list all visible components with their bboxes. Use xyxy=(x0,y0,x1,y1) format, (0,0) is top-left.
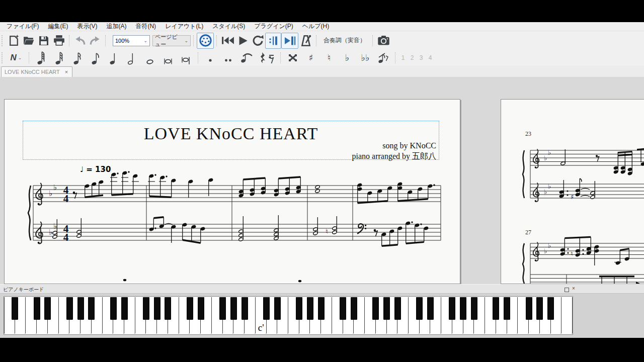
double-flat-button[interactable]: ♭♭ xyxy=(356,51,374,65)
note-whole-button[interactable] xyxy=(141,51,159,65)
piano-keyboard[interactable]: c' xyxy=(4,296,573,335)
sharp-button[interactable]: ♯ xyxy=(302,51,320,65)
piano-key-G#3[interactable] xyxy=(230,297,237,320)
piano-key-C#6[interactable] xyxy=(416,297,423,320)
flat-button[interactable]: ♭ xyxy=(338,51,356,65)
piano-key-C8[interactable] xyxy=(561,297,573,334)
toolbar-drag-handle[interactable] xyxy=(2,52,4,63)
menu-file[interactable]: ファイル(F) xyxy=(2,22,43,31)
piano-key-A#0[interactable] xyxy=(12,297,18,320)
piano-key-F#3[interactable] xyxy=(219,297,226,320)
voice-3-button[interactable]: 3 xyxy=(417,54,426,61)
menu-add[interactable]: 追加(A) xyxy=(102,22,131,31)
piano-key-F#2[interactable] xyxy=(143,297,149,320)
piano-key-A#1[interactable] xyxy=(88,297,95,320)
menu-layout[interactable]: レイアウト(L) xyxy=(160,22,208,31)
piano-key-A#7[interactable] xyxy=(547,297,554,320)
save-button[interactable] xyxy=(36,33,51,48)
note-input-button[interactable]: N ⌄ xyxy=(6,51,26,65)
piano-key-D#4[interactable] xyxy=(274,297,281,320)
menu-style[interactable]: スタイル(S) xyxy=(208,22,250,31)
undo-button[interactable] xyxy=(72,33,88,48)
note-longa-button[interactable] xyxy=(177,51,195,65)
concert-pitch-button[interactable]: 合奏調（実音） xyxy=(319,35,370,46)
piano-key-C#2[interactable] xyxy=(110,297,117,320)
piano-key-G#5[interactable] xyxy=(383,297,390,320)
menu-view[interactable]: 表示(V) xyxy=(72,22,102,31)
piano-key-G#6[interactable] xyxy=(460,297,466,320)
menu-plugins[interactable]: プラグイン(P) xyxy=(250,22,297,31)
double-dot-button[interactable] xyxy=(219,51,237,65)
piano-key-D#5[interactable] xyxy=(351,297,357,320)
piano-key-F#7[interactable] xyxy=(526,297,532,320)
piano-key-C#1[interactable] xyxy=(34,297,40,320)
piano-key-F#4[interactable] xyxy=(296,297,302,320)
menu-edit[interactable]: 編集(E) xyxy=(43,22,72,31)
piano-key-D#2[interactable] xyxy=(121,297,128,320)
redo-button[interactable] xyxy=(88,33,103,48)
augmentation-dot-button[interactable] xyxy=(201,51,219,65)
panel-close-icon[interactable]: × xyxy=(572,286,575,291)
menu-help[interactable]: ヘルプ(H) xyxy=(298,22,334,31)
note-64th-button[interactable] xyxy=(32,51,50,65)
piano-key-F#1[interactable] xyxy=(66,297,73,320)
new-score-button[interactable] xyxy=(6,33,21,48)
voice-2-button[interactable]: 2 xyxy=(408,54,417,61)
tab-close-icon[interactable]: × xyxy=(65,69,68,75)
rewind-icon xyxy=(221,34,234,47)
metronome-button[interactable] xyxy=(298,33,313,48)
note-breve-button[interactable] xyxy=(159,51,177,65)
loop-playback-button[interactable] xyxy=(250,33,265,48)
piano-key-G#2[interactable] xyxy=(154,297,160,320)
undock-icon[interactable] xyxy=(565,288,569,292)
double-sharp-button[interactable] xyxy=(284,51,302,65)
midi-input-toggle[interactable] xyxy=(197,33,214,49)
menu-notes[interactable]: 音符(N) xyxy=(131,22,160,31)
piano-key-C#4[interactable] xyxy=(263,297,270,320)
note-8th-button[interactable] xyxy=(87,51,105,65)
tie-button[interactable] xyxy=(237,51,256,65)
toolbar-drag-handle[interactable] xyxy=(2,35,4,46)
note-16th-button[interactable] xyxy=(68,51,87,65)
note-quarter-button[interactable] xyxy=(105,51,123,65)
note-half-button[interactable] xyxy=(123,51,141,65)
piano-key-D#3[interactable] xyxy=(198,297,204,320)
open-file-button[interactable] xyxy=(21,33,36,48)
music-system-1[interactable]: ♭♭ ♭♭ 44 44 xyxy=(5,100,460,284)
zoom-select[interactable]: 100% ⌄ xyxy=(113,35,150,46)
print-button[interactable] xyxy=(51,33,66,48)
new-score-icon xyxy=(8,34,20,47)
panel-header[interactable]: ピアノキーボード × xyxy=(0,284,644,294)
tab-love-knocc-heart[interactable]: LOVE KNoCC HEART × xyxy=(1,66,72,77)
piano-key-C#7[interactable] xyxy=(493,297,499,320)
view-mode-select[interactable]: ページビュー ⌄ xyxy=(152,35,191,46)
piano-key-F#6[interactable] xyxy=(449,297,455,320)
play-button[interactable] xyxy=(235,33,250,48)
piano-key-F#5[interactable] xyxy=(372,297,379,320)
piano-key-C#5[interactable] xyxy=(340,297,346,320)
voice-1-button[interactable]: 1 xyxy=(398,54,408,61)
repeat-markers-toggle[interactable] xyxy=(265,33,281,49)
piano-key-C#3[interactable] xyxy=(187,297,193,320)
voice-4-button[interactable]: 4 xyxy=(426,54,435,61)
flip-direction-button[interactable] xyxy=(374,51,392,65)
piano-key-A#4[interactable] xyxy=(318,297,325,320)
natural-button[interactable]: ♮ xyxy=(320,51,338,65)
piano-key-A#6[interactable] xyxy=(471,297,477,320)
piano-key-G#4[interactable] xyxy=(307,297,313,320)
piano-key-A#3[interactable] xyxy=(242,297,248,320)
music-page-2[interactable]: 23 ♭♭ ♭♭ xyxy=(501,100,644,284)
piano-key-A#5[interactable] xyxy=(394,297,401,320)
rest-button[interactable] xyxy=(256,51,278,65)
image-capture-button[interactable] xyxy=(376,33,391,48)
piano-key-D#1[interactable] xyxy=(44,297,51,320)
note-32nd-button[interactable] xyxy=(50,51,68,65)
piano-key-G#7[interactable] xyxy=(536,297,543,320)
piano-key-A#2[interactable] xyxy=(165,297,171,320)
play-repeats-toggle[interactable] xyxy=(281,33,298,49)
piano-key-G#1[interactable] xyxy=(77,297,84,320)
piano-key-D#7[interactable] xyxy=(504,297,510,320)
piano-key-D#6[interactable] xyxy=(427,297,434,320)
score-canvas[interactable]: LOVE KNoCC HEART song by KNoCC piano arr… xyxy=(0,77,644,284)
rewind-button[interactable] xyxy=(220,33,235,48)
